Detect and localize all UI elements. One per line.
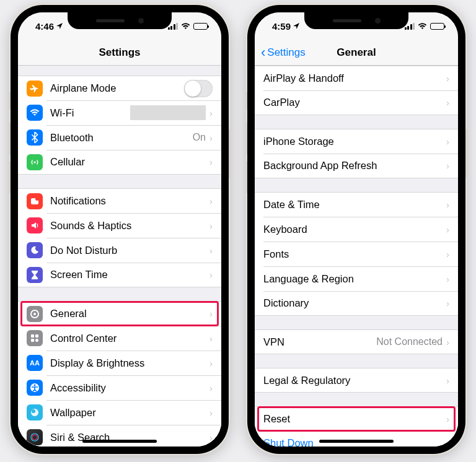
row-screen-time[interactable]: Screen Time › xyxy=(18,263,221,287)
svg-point-2 xyxy=(35,197,39,201)
row-label: Cellular xyxy=(50,156,209,168)
row-label: Date & Time xyxy=(263,199,446,211)
text-size-icon: AA xyxy=(27,355,43,371)
row-label: Background App Refresh xyxy=(263,160,446,172)
clock: 4:59 xyxy=(272,21,291,32)
row-siri-search[interactable]: Siri & Search › xyxy=(18,425,221,447)
gear-icon xyxy=(27,306,43,322)
moon-icon xyxy=(27,242,43,258)
chevron-right-icon: › xyxy=(209,308,213,319)
chevron-right-icon: › xyxy=(446,337,449,347)
svg-point-10 xyxy=(34,385,36,386)
row-wallpaper[interactable]: Wallpaper › xyxy=(18,400,221,425)
page-title: Settings xyxy=(99,46,140,59)
row-reset[interactable]: Reset › xyxy=(255,406,458,431)
navbar: ‹ Settings General xyxy=(255,40,458,66)
row-dictionary[interactable]: Dictionary › xyxy=(255,291,458,316)
row-label: Bluetooth xyxy=(50,132,193,144)
row-label: Keyboard xyxy=(263,224,446,235)
row-label: Fonts xyxy=(263,248,446,260)
row-control-center[interactable]: Control Center › xyxy=(18,326,221,351)
row-legal-regulatory[interactable]: Legal & Regulatory › xyxy=(255,368,458,393)
row-label: Sounds & Haptics xyxy=(50,220,209,232)
home-indicator[interactable] xyxy=(319,440,394,443)
cellular-icon xyxy=(27,154,43,170)
row-airplay-handoff[interactable]: AirPlay & Handoff › xyxy=(255,66,458,90)
chevron-right-icon: › xyxy=(446,73,449,84)
svg-point-0 xyxy=(33,161,35,163)
row-shut-down[interactable]: Shut Down xyxy=(255,431,458,447)
svg-rect-6 xyxy=(35,334,38,338)
row-carplay[interactable]: CarPlay › xyxy=(255,90,458,115)
chevron-right-icon: › xyxy=(209,383,213,393)
wifi-value-redacted xyxy=(130,105,206,120)
row-cellular[interactable]: Cellular › xyxy=(18,150,221,175)
row-label: General xyxy=(50,308,209,320)
row-label: Reset xyxy=(263,413,446,425)
row-sounds[interactable]: Sounds & Haptics › xyxy=(18,213,221,238)
chevron-right-icon: › xyxy=(209,333,213,344)
row-accessibility[interactable]: Accessibility › xyxy=(18,375,221,400)
chevron-right-icon: › xyxy=(209,196,213,206)
battery-icon xyxy=(193,23,208,30)
chevron-right-icon: › xyxy=(209,432,213,443)
chevron-right-icon: › xyxy=(446,274,449,284)
row-label: Control Center xyxy=(50,333,209,344)
row-label: CarPlay xyxy=(263,97,446,108)
chevron-right-icon: › xyxy=(446,136,449,147)
svg-point-14 xyxy=(32,435,37,440)
row-general[interactable]: General › xyxy=(18,301,221,326)
row-notifications[interactable]: Notifications › xyxy=(18,188,221,213)
hourglass-icon xyxy=(27,267,43,283)
row-fonts[interactable]: Fonts › xyxy=(255,242,458,266)
row-label: Notifications xyxy=(50,195,209,207)
page-title: General xyxy=(337,46,376,59)
location-icon xyxy=(56,23,63,29)
chevron-right-icon: › xyxy=(446,375,449,386)
wifi-icon xyxy=(27,105,43,121)
bluetooth-icon xyxy=(27,129,43,146)
chevron-right-icon: › xyxy=(446,160,449,171)
row-bluetooth[interactable]: Bluetooth On › xyxy=(18,125,221,150)
row-iphone-storage[interactable]: iPhone Storage › xyxy=(255,129,458,154)
row-label: Accessibility xyxy=(50,382,209,394)
row-label: Do Not Disturb xyxy=(50,245,209,256)
row-label: Screen Time xyxy=(50,269,209,281)
chevron-right-icon: › xyxy=(209,245,213,256)
chevron-left-icon: ‹ xyxy=(261,46,265,59)
chevron-right-icon: › xyxy=(446,249,449,259)
row-keyboard[interactable]: Keyboard › xyxy=(255,217,458,242)
svg-point-4 xyxy=(33,313,36,315)
row-date-time[interactable]: Date & Time › xyxy=(255,192,458,217)
svg-rect-7 xyxy=(31,339,34,342)
back-label: Settings xyxy=(267,46,305,59)
row-vpn[interactable]: VPN Not Connected › xyxy=(255,329,458,354)
back-button[interactable]: ‹ Settings xyxy=(261,40,306,65)
row-label: Legal & Regulatory xyxy=(263,375,446,386)
airplane-toggle[interactable] xyxy=(184,80,213,97)
row-language-region[interactable]: Language & Region › xyxy=(255,266,458,291)
row-label: iPhone Storage xyxy=(263,136,446,147)
chevron-right-icon: › xyxy=(209,133,213,143)
row-label: AirPlay & Handoff xyxy=(263,72,446,84)
chevron-right-icon: › xyxy=(446,224,449,235)
row-wifi[interactable]: Wi-Fi › xyxy=(18,100,221,125)
row-display-brightness[interactable]: AA Display & Brightness › xyxy=(18,351,221,375)
row-do-not-disturb[interactable]: Do Not Disturb › xyxy=(18,238,221,263)
row-background-app-refresh[interactable]: Background App Refresh › xyxy=(255,154,458,178)
row-label: Display & Brightness xyxy=(50,357,209,369)
row-value: On xyxy=(193,132,206,143)
chevron-right-icon: › xyxy=(446,414,449,424)
chevron-right-icon: › xyxy=(209,108,213,118)
chevron-right-icon: › xyxy=(209,408,213,418)
sounds-icon xyxy=(27,217,43,233)
row-airplane-mode[interactable]: Airplane Mode xyxy=(18,76,221,100)
wallpaper-icon xyxy=(27,404,43,421)
wifi-icon xyxy=(181,23,190,30)
chevron-right-icon: › xyxy=(209,358,213,368)
svg-point-12 xyxy=(32,409,35,413)
home-indicator[interactable] xyxy=(82,440,157,443)
row-label: Dictionary xyxy=(263,297,446,309)
chevron-right-icon: › xyxy=(446,298,449,308)
notification-icon xyxy=(27,193,43,209)
